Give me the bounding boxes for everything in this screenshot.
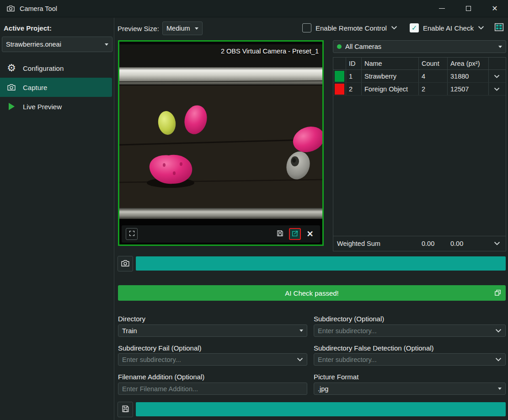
table-row-foreign-object: 2 Foreign Object 2 12507 bbox=[333, 83, 506, 96]
ai-check-status-label: AI Check passed! bbox=[285, 289, 339, 297]
sidebar-item-configuration[interactable]: ⚙ Configuration bbox=[0, 58, 114, 78]
subdirectory-input[interactable] bbox=[318, 327, 495, 335]
save-progress-bar bbox=[136, 402, 506, 416]
titlebar: Camera Tool ✕ bbox=[0, 0, 508, 17]
ai-check-status-button[interactable]: AI Check passed! bbox=[118, 285, 506, 301]
share-icon bbox=[291, 230, 299, 239]
move-icon bbox=[128, 230, 135, 238]
sidebar-nav: ⚙ Configuration Capture Live Preview bbox=[0, 58, 114, 116]
save-image-button[interactable] bbox=[118, 402, 133, 417]
close-preview-button[interactable]: ✕ bbox=[304, 228, 316, 240]
enable-ai-check-toggle[interactable]: ✓ Enable AI Check bbox=[410, 22, 484, 34]
subdirectory-fail-combobox[interactable] bbox=[118, 353, 307, 366]
maximize-icon bbox=[466, 6, 471, 11]
window-controls: ✕ bbox=[428, 0, 508, 17]
table-header-row: ID Name Count Area (px²) bbox=[333, 58, 506, 70]
subdirectory-false-detection-input[interactable] bbox=[318, 356, 495, 363]
share-preview-button-highlighted[interactable] bbox=[289, 228, 301, 240]
chevron-down-icon[interactable] bbox=[478, 26, 484, 30]
remote-control-checkbox[interactable] bbox=[302, 23, 311, 32]
row-area-cell: 12507 bbox=[448, 83, 489, 95]
sidebar-item-label: Capture bbox=[23, 84, 47, 91]
name-column-header: Name bbox=[362, 58, 419, 69]
row-count-cell: 2 bbox=[419, 83, 448, 95]
close-button[interactable]: ✕ bbox=[481, 0, 508, 17]
picture-format-select[interactable]: .jpg bbox=[314, 383, 506, 395]
sidebar-item-label: Configuration bbox=[23, 64, 64, 72]
detections-table: ID Name Count Area (px²) 1 Strawberry 4 … bbox=[333, 57, 506, 251]
popout-icon[interactable] bbox=[494, 289, 502, 297]
weighted-sum-count: 0.00 bbox=[419, 240, 448, 247]
row-count-cell: 4 bbox=[419, 70, 448, 82]
table-empty-area bbox=[333, 96, 506, 236]
row-id-cell: 1 bbox=[346, 70, 362, 82]
chevron-down-icon[interactable] bbox=[391, 26, 397, 30]
directory-label: Directory bbox=[118, 315, 145, 323]
preview-source-title: 2 OBS Virtual Camera - Preset_1 bbox=[221, 48, 319, 55]
directory-select[interactable]: Train bbox=[118, 324, 307, 337]
chevron-down-icon bbox=[498, 388, 502, 390]
move-preview-button[interactable] bbox=[126, 228, 138, 240]
row-expand-button[interactable] bbox=[489, 70, 505, 82]
chevron-down-icon[interactable] bbox=[495, 357, 502, 362]
sidebar: Active Project: Strawberries.oneai ⚙ Con… bbox=[0, 18, 114, 420]
weighted-sum-row: Weighted Sum 0.00 0.00 bbox=[333, 236, 506, 251]
sidebar-item-capture[interactable]: Capture bbox=[0, 78, 112, 97]
save-icon bbox=[121, 404, 130, 415]
row-color-cell bbox=[333, 83, 346, 95]
subdirectory-combobox[interactable] bbox=[314, 324, 506, 337]
camera-icon bbox=[5, 83, 17, 92]
subdirectory-fail-label: Subdirectory Fail (Optional) bbox=[118, 344, 202, 352]
row-color-cell bbox=[333, 70, 346, 82]
sidebar-item-live-preview[interactable]: Live Preview bbox=[0, 97, 114, 116]
ai-check-label: Enable AI Check bbox=[423, 24, 474, 32]
row-name-cell: Strawberry bbox=[362, 70, 419, 82]
subdirectory-label: Subdirectory (Optional) bbox=[314, 315, 384, 323]
chevron-down-icon bbox=[494, 73, 500, 80]
camera-feed-image bbox=[119, 42, 322, 245]
filename-addition-field[interactable] bbox=[118, 383, 307, 395]
chevron-down-icon[interactable] bbox=[495, 329, 502, 333]
play-icon bbox=[5, 103, 17, 110]
subdirectory-false-detection-combobox[interactable] bbox=[314, 353, 506, 366]
chevron-down-icon bbox=[494, 240, 500, 247]
chevron-down-icon[interactable] bbox=[297, 357, 303, 362]
remote-control-label: Enable Remote Control bbox=[315, 24, 387, 32]
row-id-cell: 2 bbox=[346, 83, 362, 95]
filename-addition-input[interactable] bbox=[122, 385, 303, 393]
save-icon bbox=[276, 229, 284, 239]
row-area-cell: 31880 bbox=[448, 70, 489, 82]
ai-check-checkbox[interactable]: ✓ bbox=[410, 23, 419, 32]
class-color-swatch bbox=[335, 71, 344, 82]
filename-addition-label: Filename Addition (Optional) bbox=[118, 373, 204, 381]
grid-panel-button[interactable] bbox=[493, 21, 505, 34]
project-select[interactable]: Strawberries.oneai bbox=[2, 37, 112, 52]
maximize-button[interactable] bbox=[455, 0, 481, 17]
save-preview-button[interactable] bbox=[274, 228, 286, 240]
window-title: Camera Tool bbox=[20, 5, 57, 12]
chevron-down-icon bbox=[195, 27, 198, 30]
sidebar-item-label: Live Preview bbox=[23, 103, 62, 111]
subdirectory-fail-input[interactable] bbox=[122, 356, 297, 363]
close-icon: ✕ bbox=[306, 229, 313, 239]
enable-remote-control-toggle[interactable]: Enable Remote Control bbox=[302, 22, 397, 34]
detections-panel: All Cameras ID Name Count Area (px²) 1 S… bbox=[333, 40, 506, 251]
chevron-down-icon bbox=[494, 85, 500, 93]
weighted-sum-expand-button[interactable] bbox=[489, 240, 505, 247]
camera-status-dot bbox=[337, 44, 342, 49]
grid-icon bbox=[493, 21, 505, 34]
chevron-down-icon bbox=[299, 330, 303, 332]
preview-size-select[interactable]: Medium bbox=[162, 21, 203, 35]
row-expand-button[interactable] bbox=[489, 83, 505, 95]
camera-tool-window: Camera Tool ✕ Active Project: Strawberri… bbox=[0, 0, 508, 420]
minimize-button[interactable] bbox=[428, 0, 455, 17]
gear-icon: ⚙ bbox=[5, 63, 17, 73]
count-column-header: Count bbox=[419, 58, 448, 69]
preview-controls-bar: ✕ bbox=[122, 225, 320, 243]
camera-selector[interactable]: All Cameras bbox=[333, 40, 506, 53]
directory-value: Train bbox=[122, 327, 137, 335]
weighted-sum-label: Weighted Sum bbox=[333, 240, 419, 247]
camera-app-icon bbox=[6, 4, 15, 13]
capture-photo-button[interactable] bbox=[118, 256, 133, 271]
class-color-swatch bbox=[335, 84, 344, 95]
